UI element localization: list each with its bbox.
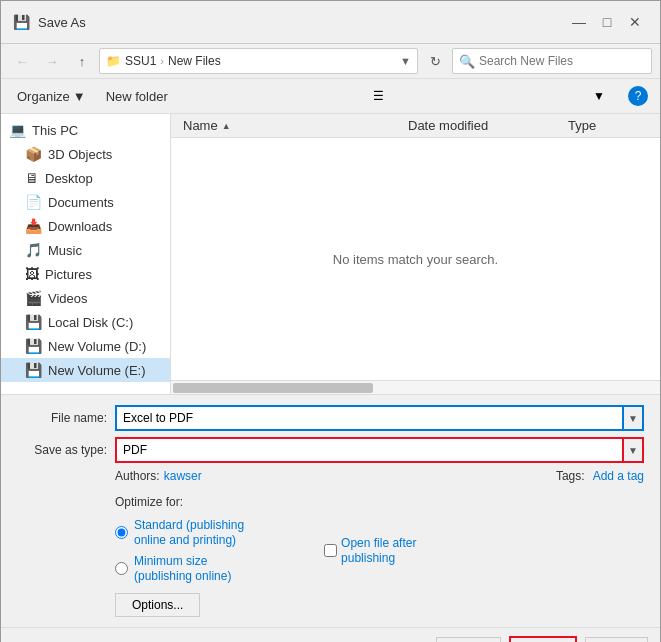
radio-standard-item[interactable]: Standard (publishing online and printing… bbox=[115, 517, 244, 547]
optimize-row: Optimize for: bbox=[115, 495, 644, 517]
main-area: 💻 This PC 📦 3D Objects 🖥 Desktop 📄 Docum… bbox=[1, 114, 660, 394]
empty-message: No items match your search. bbox=[333, 252, 498, 267]
cancel-button[interactable]: Cancel bbox=[585, 637, 648, 642]
horizontal-scrollbar[interactable] bbox=[171, 380, 660, 394]
file-name-dropdown-icon[interactable]: ▼ bbox=[624, 405, 644, 431]
back-button[interactable]: ← bbox=[9, 48, 35, 74]
sidebar-item-label: Music bbox=[48, 243, 82, 258]
sidebar-item-3d-objects[interactable]: 📦 3D Objects bbox=[1, 142, 170, 166]
radio-min-input[interactable] bbox=[115, 562, 128, 575]
radio-min-text1: Minimum size bbox=[134, 554, 207, 568]
desktop-icon: 🖥 bbox=[25, 170, 39, 186]
open-file-col: Open file after publishing bbox=[324, 517, 416, 583]
up-button[interactable]: ↑ bbox=[69, 48, 95, 74]
radio-standard-label: Standard (publishing online and printing… bbox=[134, 517, 244, 547]
dialog-icon: 💾 bbox=[13, 14, 30, 30]
col-type-label: Type bbox=[568, 118, 596, 133]
music-icon: 🎵 bbox=[25, 242, 42, 258]
sidebar-item-label: New Volume (D:) bbox=[48, 339, 146, 354]
sidebar-item-new-volume-e[interactable]: 💾 New Volume (E:) bbox=[1, 358, 170, 382]
sidebar-item-label: Desktop bbox=[45, 171, 93, 186]
new-folder-button[interactable]: New folder bbox=[102, 87, 172, 106]
search-input[interactable] bbox=[479, 54, 645, 68]
title-bar: 💾 Save As — □ ✕ bbox=[1, 1, 660, 44]
title-bar-left: 💾 Save As bbox=[13, 14, 86, 30]
sidebar-item-label: Downloads bbox=[48, 219, 112, 234]
sidebar-item-this-pc[interactable]: 💻 This PC bbox=[1, 118, 170, 142]
sidebar: 💻 This PC 📦 3D Objects 🖥 Desktop 📄 Docum… bbox=[1, 114, 171, 394]
sidebar-item-label: 3D Objects bbox=[48, 147, 112, 162]
content-body: No items match your search. bbox=[171, 138, 660, 380]
downloads-icon: 📥 bbox=[25, 218, 42, 234]
organize-label: Organize bbox=[17, 89, 70, 104]
documents-icon: 📄 bbox=[25, 194, 42, 210]
meta-row: Authors: kawser Tags: Add a tag bbox=[17, 469, 644, 483]
sidebar-item-label: This PC bbox=[32, 123, 78, 138]
forward-button[interactable]: → bbox=[39, 48, 65, 74]
this-pc-icon: 💻 bbox=[9, 122, 26, 138]
optimize-label-row: Optimize for: bbox=[115, 495, 183, 515]
sidebar-item-desktop[interactable]: 🖥 Desktop bbox=[1, 166, 170, 190]
minimize-button[interactable]: — bbox=[566, 9, 592, 35]
sidebar-item-label: Videos bbox=[48, 291, 88, 306]
column-date-header[interactable]: Date modified bbox=[408, 118, 568, 133]
file-name-row: File name: ▼ bbox=[17, 405, 644, 431]
radio-standard-text1: Standard (publishing bbox=[134, 518, 244, 532]
organize-button[interactable]: Organize ▼ bbox=[13, 87, 90, 106]
breadcrumb-current: New Files bbox=[168, 54, 221, 68]
save-as-dialog: 💾 Save As — □ ✕ ← → ↑ 📁 SSU1 › New Files… bbox=[0, 0, 661, 642]
file-name-label: File name: bbox=[17, 411, 107, 425]
options-row: Options... bbox=[17, 587, 644, 617]
authors-value[interactable]: kawser bbox=[164, 469, 202, 483]
help-button[interactable]: ? bbox=[628, 86, 648, 106]
tags-label: Tags: bbox=[556, 469, 585, 483]
authors-label: Authors: bbox=[115, 469, 160, 483]
refresh-button[interactable]: ↻ bbox=[422, 48, 448, 74]
tools-button[interactable]: Tools ▼ bbox=[436, 637, 501, 643]
radio-min-label: Minimum size (publishing online) bbox=[134, 553, 231, 583]
open-file-text2: publishing bbox=[341, 551, 395, 565]
sidebar-item-pictures[interactable]: 🖼 Pictures bbox=[1, 262, 170, 286]
tags-value[interactable]: Add a tag bbox=[593, 469, 644, 483]
save-type-input[interactable] bbox=[115, 437, 624, 463]
title-bar-controls: — □ ✕ bbox=[566, 9, 648, 35]
new-volume-e-icon: 💾 bbox=[25, 362, 42, 378]
column-type-header[interactable]: Type bbox=[568, 118, 648, 133]
sidebar-item-videos[interactable]: 🎬 Videos bbox=[1, 286, 170, 310]
view-dropdown-button[interactable]: ▼ bbox=[586, 83, 612, 109]
3d-objects-icon: 📦 bbox=[25, 146, 42, 162]
breadcrumb-separator: › bbox=[160, 55, 164, 67]
file-name-input[interactable] bbox=[115, 405, 624, 431]
bottom-right: Tools ▼ Save Cancel bbox=[436, 636, 648, 642]
optimize-label: Optimize for: bbox=[115, 495, 183, 509]
view-toggle-button[interactable]: ☰ bbox=[366, 83, 392, 109]
pictures-icon: 🖼 bbox=[25, 266, 39, 282]
sidebar-item-new-volume-d[interactable]: 💾 New Volume (D:) bbox=[1, 334, 170, 358]
radio-col: Standard (publishing online and printing… bbox=[115, 517, 244, 583]
maximize-button[interactable]: □ bbox=[594, 9, 620, 35]
sidebar-item-label: New Volume (E:) bbox=[48, 363, 146, 378]
col-date-label: Date modified bbox=[408, 118, 488, 133]
open-file-text1: Open file after bbox=[341, 536, 416, 550]
sidebar-item-music[interactable]: 🎵 Music bbox=[1, 238, 170, 262]
open-file-label: Open file after publishing bbox=[341, 535, 416, 565]
radio-standard-input[interactable] bbox=[115, 526, 128, 539]
search-icon: 🔍 bbox=[459, 54, 475, 69]
close-button[interactable]: ✕ bbox=[622, 9, 648, 35]
sidebar-item-local-disk-c[interactable]: 💾 Local Disk (C:) bbox=[1, 310, 170, 334]
breadcrumb-dropdown-icon[interactable]: ▼ bbox=[400, 55, 411, 67]
action-bar: Organize ▼ New folder ☰ ▼ ? bbox=[1, 79, 660, 114]
breadcrumb-folder-icon: 📁 bbox=[106, 54, 121, 68]
save-button[interactable]: Save bbox=[509, 636, 576, 642]
sidebar-item-documents[interactable]: 📄 Documents bbox=[1, 190, 170, 214]
horizontal-scroll-thumb[interactable] bbox=[173, 383, 373, 393]
open-file-checkbox[interactable] bbox=[324, 544, 337, 557]
save-type-dropdown-icon[interactable]: ▼ bbox=[624, 437, 644, 463]
sidebar-item-downloads[interactable]: 📥 Downloads bbox=[1, 214, 170, 238]
local-disk-c-icon: 💾 bbox=[25, 314, 42, 330]
column-name-header[interactable]: Name ▲ bbox=[183, 118, 408, 133]
options-button[interactable]: Options... bbox=[115, 593, 200, 617]
radio-min-item[interactable]: Minimum size (publishing online) bbox=[115, 553, 244, 583]
content-header: Name ▲ Date modified Type bbox=[171, 114, 660, 138]
breadcrumb-bar[interactable]: 📁 SSU1 › New Files ▼ bbox=[99, 48, 418, 74]
